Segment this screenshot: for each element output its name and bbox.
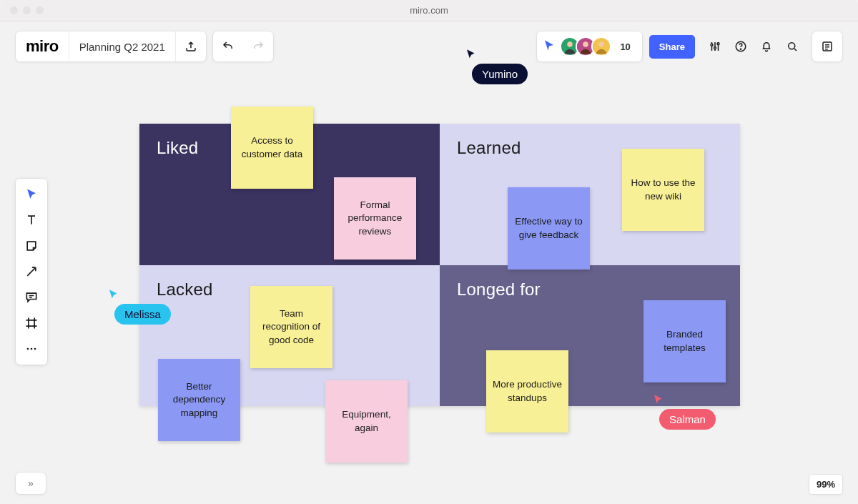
svg-point-15 — [34, 348, 36, 350]
svg-point-8 — [717, 43, 719, 45]
tool-frame-icon[interactable] — [16, 310, 47, 336]
sticky-note[interactable]: Effective way to give feedback — [508, 187, 590, 270]
svg-point-10 — [740, 49, 741, 49]
remote-cursor-salman: Salman — [652, 393, 716, 430]
board-info-pill: miro Planning Q2 2021 — [16, 31, 206, 61]
browser-chrome: miro.com — [0, 0, 858, 21]
tool-comment-icon[interactable] — [16, 285, 47, 310]
undo-icon[interactable] — [213, 31, 243, 61]
zoom-level[interactable]: 99% — [809, 475, 842, 494]
browser-url: miro.com — [0, 5, 858, 16]
sticky-note[interactable]: Team recognition of good code — [250, 286, 332, 368]
svg-point-6 — [711, 44, 713, 46]
tool-more-icon[interactable] — [16, 336, 47, 362]
svg-point-7 — [714, 47, 716, 49]
board-title[interactable]: Planning Q2 2021 — [69, 31, 176, 61]
tool-sticky-note-icon[interactable] — [16, 233, 47, 259]
sticky-note[interactable]: More productive standups — [486, 350, 568, 433]
cursor-label: Salman — [659, 409, 716, 430]
sticky-note[interactable]: Access to customer data — [231, 107, 313, 189]
svg-point-11 — [789, 43, 795, 49]
sticky-note-text: Equipment, again — [331, 408, 402, 434]
notifications-icon[interactable] — [754, 31, 779, 61]
sticky-note-text: Effective way to give feedback — [513, 215, 584, 241]
top-right-icons — [702, 31, 805, 61]
chevron-right-icon: » — [28, 478, 34, 489]
tool-select-icon[interactable] — [16, 182, 47, 207]
remote-cursor-melissa: Melissa — [107, 288, 171, 325]
settings-icon[interactable] — [702, 31, 728, 61]
quadrant-longed-for-title: Longed for — [457, 280, 723, 300]
sticky-note[interactable]: Branded templates — [644, 300, 726, 382]
history-pill — [213, 31, 273, 61]
activity-feed-button[interactable] — [812, 31, 842, 61]
cursor-label: Melissa — [114, 304, 171, 325]
tool-arrow-icon[interactable] — [16, 259, 47, 285]
avatar-user-3[interactable] — [591, 36, 611, 56]
svg-point-1 — [568, 41, 573, 47]
presence-count[interactable]: 10 — [616, 40, 634, 54]
miro-logo[interactable]: miro — [16, 31, 69, 61]
sticky-note-text: Formal performance reviews — [340, 199, 410, 238]
presence-pill[interactable]: 10 — [537, 31, 641, 61]
presentation-arrow-icon[interactable] — [543, 39, 556, 54]
sticky-note[interactable]: Equipment, again — [325, 380, 408, 463]
top-right-controls: 10 Share — [537, 31, 842, 61]
sticky-note[interactable]: Better dependency mapping — [158, 359, 240, 441]
sticky-note[interactable]: How to use the new wiki — [622, 149, 704, 231]
sticky-note-text: How to use the new wiki — [628, 177, 699, 202]
sticky-note-text: Team recognition of good code — [256, 307, 327, 347]
svg-point-3 — [583, 41, 589, 47]
sticky-note-text: Access to customer data — [237, 134, 307, 160]
sticky-note-text: Better dependency mapping — [164, 380, 235, 420]
sticky-note-text: Branded templates — [649, 328, 720, 354]
svg-point-5 — [599, 41, 605, 47]
sticky-note-text: More productive standups — [492, 378, 563, 404]
remote-cursor-yumino: Yumino — [465, 48, 528, 84]
help-icon[interactable] — [728, 31, 754, 61]
expand-panel-button[interactable]: » — [16, 473, 46, 494]
share-button[interactable]: Share — [649, 35, 695, 59]
cursor-label: Yumino — [472, 64, 528, 84]
redo-icon[interactable] — [243, 31, 273, 61]
svg-point-14 — [31, 348, 33, 350]
top-left-controls: miro Planning Q2 2021 — [16, 31, 273, 61]
left-toolbar — [16, 179, 47, 365]
avatar-stack[interactable] — [560, 36, 611, 56]
app-canvas[interactable]: miro Planning Q2 2021 — [0, 21, 858, 504]
export-icon[interactable] — [176, 31, 206, 61]
sticky-note[interactable]: Formal performance reviews — [334, 177, 416, 260]
search-icon[interactable] — [779, 31, 805, 61]
tool-text-icon[interactable] — [16, 207, 47, 233]
svg-point-13 — [27, 348, 29, 350]
